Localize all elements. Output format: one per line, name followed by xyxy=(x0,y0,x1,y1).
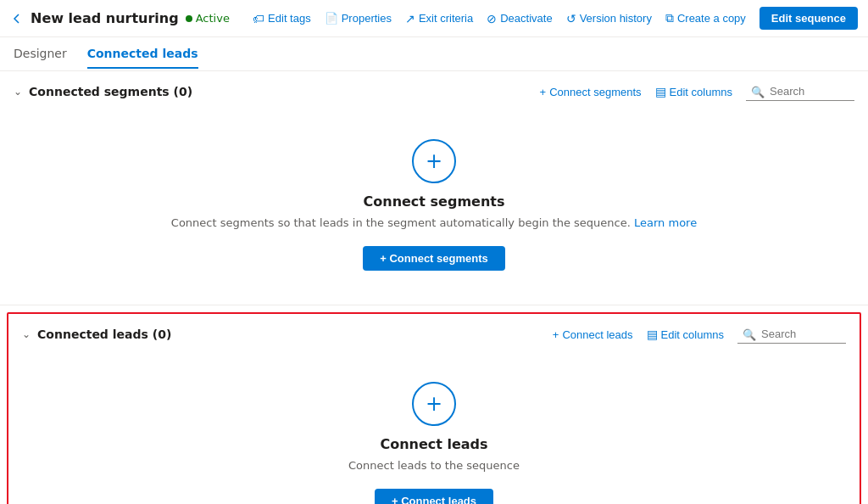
connect-segments-icon: + xyxy=(540,86,547,98)
connect-leads-header-button[interactable]: + Connect leads xyxy=(553,328,633,341)
learn-more-link[interactable]: Learn more xyxy=(634,216,697,229)
connect-leads-btn-label: + Connect leads xyxy=(392,495,476,504)
segments-empty-title: Connect segments xyxy=(364,193,505,210)
leads-plus-circle[interactable]: + xyxy=(412,382,456,426)
version-history-button[interactable]: Version history xyxy=(566,12,652,25)
segments-search-box xyxy=(746,83,854,101)
active-dot xyxy=(186,15,192,22)
copy-icon xyxy=(665,11,674,25)
top-bar-right: Edit tags Properties Exit criteria Deact… xyxy=(253,7,858,30)
segments-empty-state: + Connect segments Connect segments so t… xyxy=(0,112,868,305)
connect-segments-header-button[interactable]: + Connect segments xyxy=(540,86,642,98)
leads-section-title: Connected leads (0) xyxy=(37,328,171,341)
leads-search-input[interactable] xyxy=(761,328,841,340)
properties-button[interactable]: Properties xyxy=(325,12,392,25)
segments-header-right: + Connect segments Edit columns xyxy=(540,83,854,101)
edit-sequence-button[interactable]: Edit sequence xyxy=(760,7,858,30)
segments-chevron[interactable]: ⌄ xyxy=(14,86,22,98)
segments-section-header: ⌄ Connected segments (0) + Connect segme… xyxy=(0,71,868,112)
leads-header-right: + Connect leads Edit columns xyxy=(553,326,846,344)
leads-empty-title: Connect leads xyxy=(380,436,487,452)
tag-icon xyxy=(253,12,264,25)
leads-section: ⌄ Connected leads (0) + Connect leads Ed… xyxy=(7,312,861,504)
exit-criteria-button[interactable]: Exit criteria xyxy=(405,12,473,25)
leads-header-left: ⌄ Connected leads (0) xyxy=(22,328,171,341)
content-area: ⌄ Connected segments (0) + Connect segme… xyxy=(0,71,868,504)
deactivate-icon xyxy=(487,12,497,25)
back-button[interactable] xyxy=(10,12,24,25)
connect-leads-header-label: Connect leads xyxy=(562,328,632,341)
connect-segments-button[interactable]: + Connect segments xyxy=(363,246,505,271)
edit-cols-leads-icon xyxy=(647,328,658,341)
connect-segments-header-label: Connect segments xyxy=(549,86,641,98)
leads-chevron[interactable]: ⌄ xyxy=(22,328,31,340)
edit-columns-leads-button[interactable]: Edit columns xyxy=(647,328,724,341)
connect-segments-btn-label: + Connect segments xyxy=(380,252,488,265)
leads-empty-state: + Connect leads Connect leads to the seq… xyxy=(8,355,860,504)
edit-columns-segments-button[interactable]: Edit columns xyxy=(655,85,732,98)
segments-section: ⌄ Connected segments (0) + Connect segme… xyxy=(0,71,868,305)
leads-section-header: ⌄ Connected leads (0) + Connect leads Ed… xyxy=(8,314,860,355)
create-copy-button[interactable]: Create a copy xyxy=(665,11,746,25)
segments-header-left: ⌄ Connected segments (0) xyxy=(14,85,192,98)
edit-columns-leads-label: Edit columns xyxy=(661,328,724,341)
leads-search-box xyxy=(737,326,846,344)
page-title: New lead nurturing xyxy=(31,10,179,26)
deactivate-button[interactable]: Deactivate xyxy=(487,12,552,25)
tab-designer[interactable]: Designer xyxy=(14,40,67,69)
edit-cols-icon xyxy=(655,85,666,98)
segments-search-icon xyxy=(751,85,765,98)
tabs-bar: Designer Connected leads xyxy=(0,37,868,71)
segments-empty-desc: Connect segments so that leads in the se… xyxy=(171,216,697,229)
leads-search-icon xyxy=(743,328,756,341)
version-icon xyxy=(566,12,576,25)
edit-tags-button[interactable]: Edit tags xyxy=(253,12,311,25)
segments-search-input[interactable] xyxy=(770,85,849,98)
connect-leads-button[interactable]: + Connect leads xyxy=(375,489,493,504)
edit-columns-segments-label: Edit columns xyxy=(670,86,732,98)
segments-plus-circle[interactable]: + xyxy=(412,139,456,183)
top-bar: New lead nurturing Active Edit tags Prop… xyxy=(0,0,868,37)
connect-leads-icon: + xyxy=(553,328,559,341)
active-label: Active xyxy=(196,12,230,25)
tab-connected-leads[interactable]: Connected leads xyxy=(87,40,198,69)
leads-empty-desc: Connect leads to the sequence xyxy=(348,459,520,472)
exit-icon xyxy=(405,12,415,25)
properties-icon xyxy=(325,12,338,25)
top-bar-left: New lead nurturing Active xyxy=(10,10,230,26)
segments-section-title: Connected segments (0) xyxy=(29,85,192,98)
active-badge: Active xyxy=(186,12,230,25)
